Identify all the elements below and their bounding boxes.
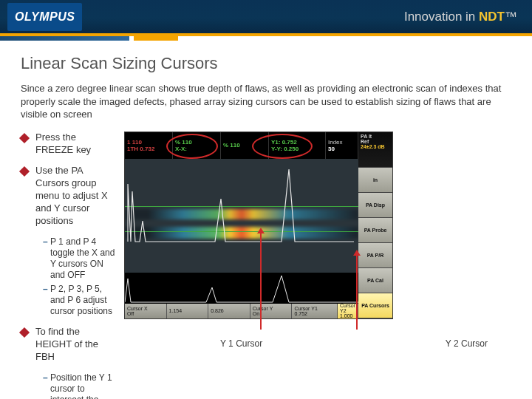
callout-y1: Y 1 Cursor [220,338,262,349]
bullet-item: To find the HEIGHT of the FBH [21,326,115,364]
diamond-icon [19,327,30,338]
slide-content: Linear Scan Sizing Cursors Since a zero … [0,41,532,399]
status-val: 1.154 [169,308,206,313]
tagline: Innovation in NDT™ [404,10,517,24]
readout-label: Index [328,139,355,146]
tab-pa-disp: PA Disp [358,193,392,218]
bullet-text: To find the HEIGHT of the FBH [35,326,115,364]
diamond-icon [19,166,30,177]
scope-screenshot: 1 110 1TH 0.732 % 110 X-X: % 110 Y1: 0.7… [124,132,393,319]
logo-text: OLYMPUS [15,10,75,24]
status-val: 0.826 [211,308,248,313]
bullet-item: Use the PA Cursors group menu to adjust … [21,165,115,227]
status-label: Cursor Y [253,306,290,311]
status-label: Cursor Y2 [340,303,355,313]
sub-bullet-text: P 1 and P 4 toggle the X and Y cursors O… [50,236,115,281]
highlight-ellipse [166,134,218,159]
tab-pa-cal: PA Cal [358,268,392,293]
scope-status-bar: Cursor X Off 1.154 0.826 Cursor Y On [125,304,358,318]
scope-top-readout: 1 110 1TH 0.732 % 110 X-X: % 110 Y1: 0.7… [125,132,358,159]
arrow-y2 [356,256,358,330]
status-val: 0.752 [294,311,335,316]
status-val: 1.000 [340,313,355,318]
page-title: Linear Scan Sizing Cursors [21,54,510,73]
sub-bullet: – P 1 and P 4 toggle the X and Y cursors… [43,236,115,281]
dash-icon: – [43,236,50,281]
tagline-suffix: ™ [505,10,517,24]
status-val: On [253,311,290,316]
sub-bullet: – Position the Y 1 cursor to intersect t… [43,372,115,399]
highlight-ellipse [252,134,313,159]
diamond-icon [19,133,30,143]
bullet-list: Press the FREEZE key Use the PA Cursors … [21,132,115,399]
tagline-prefix: Innovation in [404,10,479,24]
sub-bullet: – P 2, P 3, P 5, and P 6 adjust cursor p… [43,284,115,317]
figure-callouts: Y 1 Cursor Y 2 Cursor [124,338,510,349]
bullet-item: Press the FREEZE key [21,132,115,157]
brand-logo: OLYMPUS [7,3,82,31]
tab-info: PA It Ref 24±2.3 dB [358,132,392,168]
intro-paragraph: Since a zero degree linear scan shows tr… [21,82,510,121]
tab-pa-cursors: PA Cursors [358,293,392,318]
readout-val: 30 [328,146,355,152]
bullet-text: Use the PA Cursors group menu to adjust … [35,165,115,227]
sub-bullet-text: Position the Y 1 cursor to intersect the… [50,372,115,399]
sub-bullet-text: P 2, P 3, P 5, and P 6 adjust cursor pos… [50,284,115,317]
status-label: Cursor Y1 [294,306,335,311]
tab-pa-pr: PA P/R [358,243,392,268]
status-val: Off [127,311,164,316]
brand-header: OLYMPUS Innovation in NDT™ [0,0,532,33]
tab-pa-probe: PA Probe [358,218,392,243]
dash-icon: – [43,372,50,399]
readout-val: 1 110 [127,139,170,146]
bullet-text: Press the FREEZE key [35,132,115,157]
scope-ascan-bottom-trace [125,273,358,304]
tab-info-line: 24±2.3 dB [361,144,385,149]
tab-info-line: PA It [361,134,372,139]
dash-icon: – [43,284,50,317]
tab-info-line: Ref [361,139,369,144]
scope-side-tabs: PA It Ref 24±2.3 dB in PA Disp PA Probe … [358,132,392,318]
ascan-trace [126,162,355,243]
tagline-highlight: NDT [479,10,505,24]
readout-val: 1TH 0.732 [127,146,170,152]
figure-column: 1 110 1TH 0.732 % 110 X-X: % 110 Y1: 0.7… [124,132,510,349]
tab-units: in [358,168,392,193]
callout-y2: Y 2 Cursor [446,338,488,349]
arrow-y1 [260,233,262,330]
accent-sub-bars [0,36,532,41]
status-label: Cursor X [127,306,164,311]
